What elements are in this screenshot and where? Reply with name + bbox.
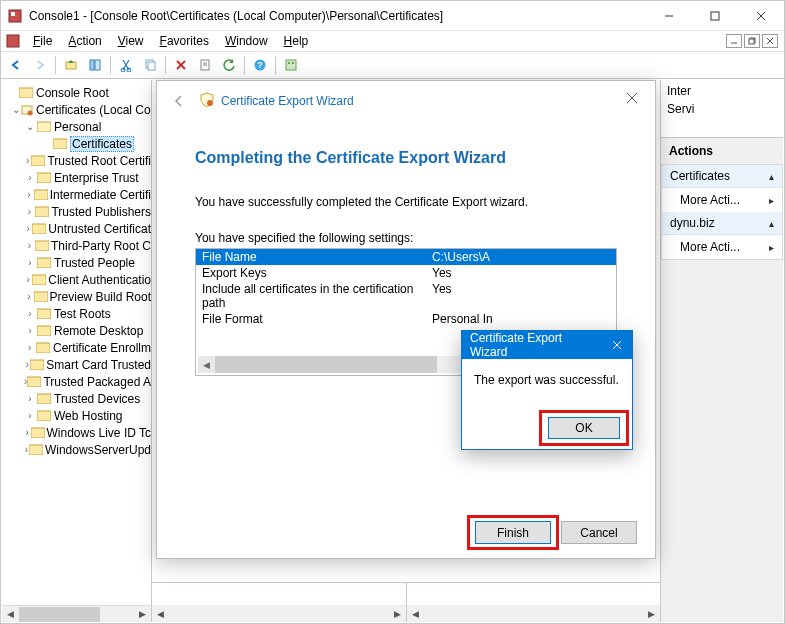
mdi-restore-button[interactable] — [744, 34, 760, 48]
tree-item[interactable]: ›Trusted Packaged A — [6, 373, 151, 390]
expand-icon[interactable]: › — [24, 291, 34, 302]
folder-icon — [32, 272, 46, 288]
scroll-left-button[interactable]: ◀ — [2, 606, 19, 623]
settings-row[interactable]: Include all certificates in the certific… — [196, 281, 616, 311]
svg-text:?: ? — [257, 60, 263, 70]
actions-more-1[interactable]: More Acti... ▸ — [662, 188, 782, 212]
maximize-button[interactable] — [692, 1, 738, 31]
menu-favorites[interactable]: Favorites — [152, 32, 217, 50]
tree-label: Personal — [54, 120, 101, 134]
cancel-button[interactable]: Cancel — [561, 521, 637, 544]
refresh-button[interactable] — [218, 54, 240, 76]
toolbar: ? — [1, 51, 784, 79]
tree-item[interactable]: ›Untrusted Certificat — [6, 220, 151, 237]
tree-item[interactable]: ›WindowsServerUpd — [6, 441, 151, 458]
actions-more-2[interactable]: More Acti... ▸ — [662, 235, 782, 259]
wizard-close-button[interactable] — [617, 87, 647, 109]
popup-close-button[interactable] — [602, 331, 632, 359]
expand-icon[interactable]: ⌄ — [12, 104, 20, 115]
copy-button[interactable] — [139, 54, 161, 76]
tree-hscrollbar[interactable]: ◀ ▶ — [2, 605, 151, 622]
show-hide-button[interactable] — [84, 54, 106, 76]
tree-personal[interactable]: ⌄ Personal — [6, 118, 151, 135]
forward-button[interactable] — [29, 54, 51, 76]
expand-icon[interactable]: › — [24, 172, 36, 183]
expand-icon[interactable]: › — [24, 274, 32, 285]
tree-item[interactable]: ›Remote Desktop — [6, 322, 151, 339]
tree-item[interactable]: ›Third-Party Root C — [6, 237, 151, 254]
settings-key: File Name — [202, 250, 432, 264]
expand-icon[interactable]: › — [24, 206, 35, 217]
tree-item[interactable]: ›Certificate Enrollm — [6, 339, 151, 356]
tree-root[interactable]: Console Root — [6, 84, 151, 101]
expand-icon[interactable]: › — [24, 325, 36, 336]
scroll-left-button[interactable]: ◀ — [198, 356, 215, 373]
scroll-thumb[interactable] — [215, 356, 437, 373]
properties-button[interactable] — [194, 54, 216, 76]
menu-view[interactable]: View — [110, 32, 152, 50]
cut-button[interactable] — [115, 54, 137, 76]
expand-icon[interactable]: › — [24, 308, 36, 319]
scroll-thumb[interactable] — [19, 607, 100, 622]
help-button[interactable]: ? — [249, 54, 271, 76]
tree-item[interactable]: ›Intermediate Certifi — [6, 186, 151, 203]
tree-item[interactable]: ›Trusted Devices — [6, 390, 151, 407]
scroll-right-button[interactable]: ▶ — [643, 605, 660, 622]
svg-rect-36 — [34, 190, 48, 200]
expand-icon[interactable]: › — [24, 240, 35, 251]
menu-window[interactable]: Window — [217, 32, 276, 50]
tree-item[interactable]: ›Trusted Publishers — [6, 203, 151, 220]
menu-file[interactable]: File — [25, 32, 60, 50]
mdi-close-button[interactable] — [762, 34, 778, 48]
tree-label: Smart Card Trusted — [46, 358, 151, 372]
settings-row[interactable]: File FormatPersonal In — [196, 311, 616, 327]
menu-action[interactable]: Action — [60, 32, 109, 50]
tree-item[interactable]: ›Windows Live ID Tc — [6, 424, 151, 441]
minimize-button[interactable] — [646, 1, 692, 31]
collapse-icon[interactable]: ▴ — [769, 171, 774, 182]
expand-icon[interactable]: › — [24, 189, 34, 200]
wizard-back-button[interactable] — [167, 89, 191, 113]
svg-rect-42 — [34, 292, 48, 302]
settings-row[interactable]: Export KeysYes — [196, 265, 616, 281]
svg-rect-41 — [32, 275, 46, 285]
scroll-left-button[interactable]: ◀ — [152, 605, 169, 622]
folder-icon — [18, 85, 34, 101]
back-button[interactable] — [5, 54, 27, 76]
tree-item[interactable]: ›Trusted People — [6, 254, 151, 271]
expand-icon[interactable]: › — [24, 410, 36, 421]
expand-icon[interactable]: › — [24, 223, 32, 234]
tree-item[interactable]: ›Client Authenticatio — [6, 271, 151, 288]
mdi-minimize-button[interactable] — [726, 34, 742, 48]
settings-row[interactable]: File NameC:\Users\A — [196, 249, 616, 265]
scroll-right-button[interactable]: ▶ — [134, 606, 151, 623]
actions-group-dynu[interactable]: dynu.biz ▴ — [662, 212, 782, 235]
collapse-icon[interactable]: ▴ — [769, 218, 774, 229]
actions-group-certificates[interactable]: Certificates ▴ — [662, 165, 782, 188]
delete-button[interactable] — [170, 54, 192, 76]
expand-icon[interactable]: › — [24, 393, 36, 404]
tree-certificates[interactable]: Certificates — [6, 135, 151, 152]
up-button[interactable] — [60, 54, 82, 76]
close-button[interactable] — [738, 1, 784, 31]
list-header[interactable]: Inter — [661, 80, 783, 102]
expand-icon[interactable]: ⌄ — [24, 121, 36, 132]
center-hscrollbar-left[interactable]: ◀ ▶ — [152, 605, 406, 622]
tree-item[interactable]: ›Web Hosting — [6, 407, 151, 424]
options-button[interactable] — [280, 54, 302, 76]
shield-icon — [199, 92, 215, 111]
tree-item[interactable]: ›Enterprise Trust — [6, 169, 151, 186]
expand-icon[interactable]: › — [24, 257, 36, 268]
expand-icon[interactable]: › — [24, 342, 36, 353]
center-hscrollbar-right[interactable]: ◀ ▶ — [407, 605, 661, 622]
tree-item[interactable]: ›Smart Card Trusted — [6, 356, 151, 373]
scroll-right-button[interactable]: ▶ — [389, 605, 406, 622]
tree-item[interactable]: ›Preview Build Root — [6, 288, 151, 305]
svg-rect-43 — [37, 309, 51, 319]
tree-item[interactable]: ›Trusted Root Certifi — [6, 152, 151, 169]
tree-certs-local[interactable]: ⌄ Certificates (Local Com — [6, 101, 151, 118]
scroll-left-button[interactable]: ◀ — [407, 605, 424, 622]
expand-icon[interactable]: › — [24, 155, 31, 166]
menu-help[interactable]: Help — [276, 32, 317, 50]
tree-item[interactable]: ›Test Roots — [6, 305, 151, 322]
